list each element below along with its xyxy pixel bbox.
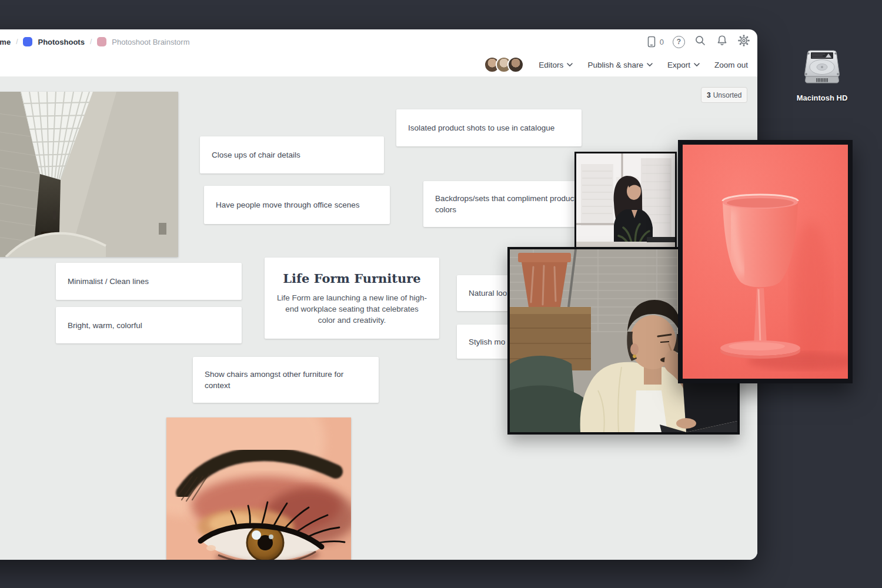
gear-icon[interactable] [737,34,750,49]
toolbar: Editors Publish & share Export Zoom out [484,56,748,73]
breadcrumb: Home / Photoshoots / Photoshoot Brainsto… [0,36,189,48]
board-canvas[interactable]: 3 Unsorted Close ups of chair details Is… [0,76,757,560]
note-card[interactable]: Close ups of chair details [200,136,384,173]
coral-goblet-photo[interactable] [678,140,853,383]
search-icon[interactable] [694,34,707,49]
editor-avatars[interactable] [484,56,524,73]
bell-icon[interactable] [716,34,729,49]
note-card[interactable]: Have people move through office scenes [204,186,390,224]
note-body: Life Form are launching a new line of hi… [277,292,427,326]
topbar-icons: 0 ? [645,34,750,49]
note-card[interactable]: Minimalist / Clean lines [56,263,242,300]
board-color-swatch-blue [23,37,32,46]
publish-share-button[interactable]: Publish & share [587,61,653,69]
note-card[interactable]: Show chairs amongst other furniture for … [193,357,379,403]
note-card[interactable]: Bright, warm, colorful [56,307,242,343]
chevron-down-icon [647,63,653,66]
board-color-swatch-pink [97,37,106,46]
eye-makeup-photo[interactable] [166,417,351,560]
note-card[interactable]: Isolated product shots to use in catalog… [396,109,582,146]
editors-button[interactable]: Editors [539,61,573,69]
breadcrumb-separator: / [16,38,18,46]
breadcrumb-home[interactable]: Home [0,38,11,46]
architecture-photo[interactable] [0,92,178,257]
app-window: Home / Photoshoots / Photoshoot Brainsto… [0,29,757,560]
drive-label: Macintosh HD [787,93,857,102]
avatar [507,56,524,73]
hard-drive-icon [801,48,843,88]
export-button[interactable]: Export [667,61,700,69]
note-title: Life Form Furniture [265,271,439,286]
device-count: 0 [660,38,664,46]
unsorted-badge[interactable]: 3 Unsorted [701,87,747,103]
zoom-out-button[interactable]: Zoom out [714,61,748,69]
chevron-down-icon [567,63,573,66]
woman-in-office-photo[interactable] [574,152,677,249]
help-icon[interactable]: ? [673,36,685,48]
chevron-down-icon [694,63,700,66]
desktop: Home / Photoshoots / Photoshoot Brainsto… [0,0,882,588]
macintosh-hd-drive[interactable]: Macintosh HD [787,48,857,102]
mobile-device-icon[interactable]: 0 [645,35,664,48]
breadcrumb-photoshoots[interactable]: Photoshoots [38,38,84,46]
brief-note-card[interactable]: Life Form Furniture Life Form are launch… [265,258,439,339]
breadcrumb-current: Photoshoot Brainstorm [112,38,189,46]
breadcrumb-separator: / [90,38,92,46]
